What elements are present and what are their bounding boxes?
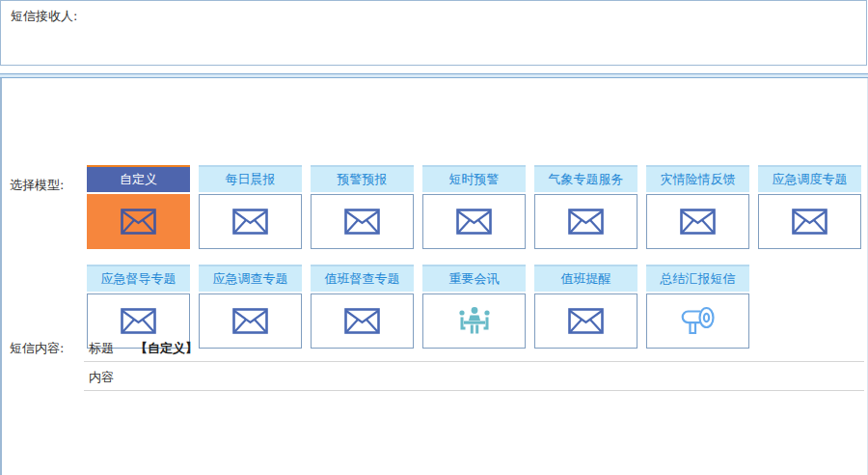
template-card-icon-box[interactable]: [422, 194, 526, 249]
template-card-8[interactable]: 应急督导专题: [87, 265, 190, 349]
template-card-label[interactable]: 应急调查专题: [199, 265, 302, 292]
template-card-9[interactable]: 应急调查专题: [199, 265, 302, 349]
template-card-3[interactable]: 预警预报: [311, 165, 414, 249]
template-card-icon-box[interactable]: [534, 293, 637, 349]
template-card-label[interactable]: 气象专题服务: [534, 165, 637, 192]
template-card-icon-box[interactable]: [87, 194, 190, 249]
template-card-10[interactable]: 值班督查专题: [311, 265, 414, 349]
template-card-icon-box[interactable]: [311, 194, 414, 249]
main-panel: 选择模型: 自定义每日晨报预警预报短时预警气象专题服务灾情险情反馈应急调度专题 …: [0, 78, 868, 475]
recipients-label: 短信接收人:: [11, 8, 77, 25]
template-card-4[interactable]: 短时预警: [422, 165, 526, 249]
title-underline: [84, 361, 864, 362]
envelope-icon: [792, 209, 827, 235]
template-card-icon-box[interactable]: [199, 293, 302, 349]
envelope-icon: [344, 308, 380, 334]
envelope-icon: [121, 209, 156, 235]
template-card-icon-box[interactable]: [199, 194, 302, 249]
sms-send-page: 短信接收人: 选择模型: 自定义每日晨报预警预报短时预警气象专题服务灾情险情反馈…: [0, 0, 868, 475]
recipients-box: 短信接收人:: [0, 0, 867, 66]
template-card-label[interactable]: 重要会讯: [422, 265, 526, 292]
template-card-label[interactable]: 值班提醒: [534, 265, 637, 292]
envelope-icon: [568, 308, 604, 334]
envelope-icon: [456, 209, 492, 235]
template-card-icon-box[interactable]: [646, 194, 749, 249]
template-card-13[interactable]: 总结汇报短信: [646, 265, 749, 349]
template-card-label[interactable]: 总结汇报短信: [646, 265, 749, 292]
model-selector-label: 选择模型:: [10, 177, 64, 194]
title-label: 标题: [89, 340, 114, 357]
template-card-label[interactable]: 应急督导专题: [87, 265, 190, 292]
template-card-label[interactable]: 应急调度专题: [758, 165, 861, 192]
template-card-label[interactable]: 预警预报: [311, 165, 414, 192]
template-card-12[interactable]: 值班提醒: [534, 265, 637, 349]
template-card-label[interactable]: 短时预警: [422, 165, 526, 192]
template-card-7[interactable]: 应急调度专题: [758, 165, 861, 249]
content-underline: [84, 390, 864, 391]
sms-content-label: 短信内容:: [10, 340, 64, 357]
template-card-2[interactable]: 每日晨报: [199, 165, 302, 249]
template-card-1[interactable]: 自定义: [87, 165, 190, 249]
content-body-label: 内容: [89, 369, 114, 386]
template-card-6[interactable]: 灾情险情反馈: [646, 165, 749, 249]
envelope-icon: [680, 209, 716, 235]
template-card-label[interactable]: 灾情险情反馈: [646, 165, 749, 192]
envelope-icon: [232, 209, 268, 235]
envelope-icon: [568, 209, 604, 235]
template-row-2: 应急督导专题应急调查专题值班督查专题重要会讯值班提醒总结汇报短信: [87, 265, 749, 349]
template-card-label[interactable]: 每日晨报: [199, 165, 302, 192]
template-card-icon-box[interactable]: [422, 293, 526, 349]
megaphone-icon: [678, 305, 718, 338]
template-card-label[interactable]: 值班督查专题: [311, 265, 414, 292]
template-card-icon-box[interactable]: [311, 293, 414, 349]
template-row-1: 自定义每日晨报预警预报短时预警气象专题服务灾情险情反馈应急调度专题: [87, 165, 861, 249]
envelope-icon: [121, 308, 156, 334]
template-card-icon-box[interactable]: [534, 194, 637, 249]
template-card-icon-box[interactable]: [646, 293, 749, 349]
template-card-5[interactable]: 气象专题服务: [534, 165, 637, 249]
template-card-icon-box[interactable]: [758, 194, 861, 249]
template-card-11[interactable]: 重要会讯: [422, 265, 526, 349]
title-value[interactable]: 【自定义】: [135, 340, 198, 357]
envelope-icon: [344, 209, 380, 235]
template-card-label[interactable]: 自定义: [87, 165, 190, 192]
recipients-input[interactable]: [90, 5, 862, 61]
meeting-icon: [456, 306, 493, 336]
content-input[interactable]: [85, 393, 863, 475]
envelope-icon: [232, 308, 268, 334]
